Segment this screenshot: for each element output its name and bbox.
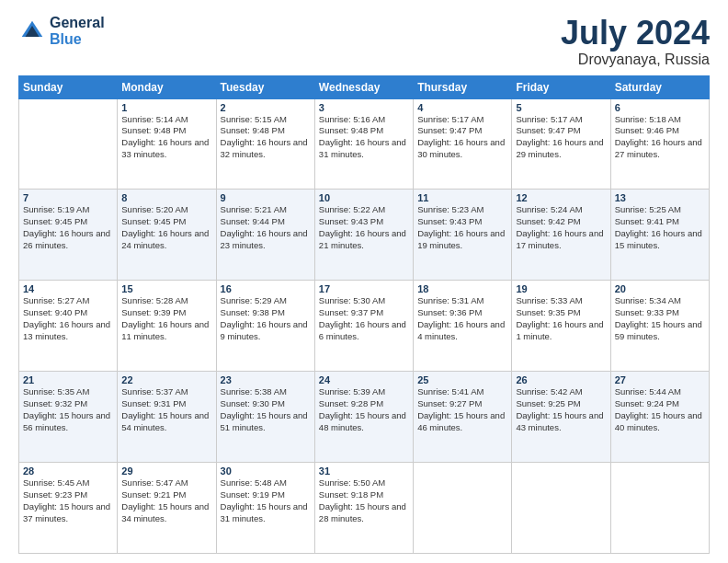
table-cell: 26Sunrise: 5:42 AMSunset: 9:25 PMDayligh… [512, 372, 610, 463]
day-number: 19 [516, 283, 606, 294]
col-wednesday: Wednesday [314, 75, 413, 98]
table-cell: 16Sunrise: 5:29 AMSunset: 9:38 PMDayligh… [216, 281, 314, 372]
day-number: 4 [417, 102, 507, 113]
day-detail: Sunrise: 5:20 AMSunset: 9:45 PMDaylight:… [121, 204, 211, 251]
table-cell: 4Sunrise: 5:17 AMSunset: 9:47 PMDaylight… [414, 98, 512, 190]
day-detail: Sunrise: 5:50 AMSunset: 9:18 PMDaylight:… [319, 477, 409, 524]
day-detail: Sunrise: 5:45 AMSunset: 9:23 PMDaylight:… [23, 477, 113, 524]
day-detail: Sunrise: 5:39 AMSunset: 9:28 PMDaylight:… [319, 386, 409, 433]
table-cell: 29Sunrise: 5:47 AMSunset: 9:21 PMDayligh… [118, 463, 216, 554]
day-detail: Sunrise: 5:41 AMSunset: 9:27 PMDaylight:… [417, 386, 507, 433]
table-cell: 17Sunrise: 5:30 AMSunset: 9:37 PMDayligh… [314, 281, 413, 372]
day-detail: Sunrise: 5:28 AMSunset: 9:39 PMDaylight:… [121, 295, 211, 342]
day-detail: Sunrise: 5:47 AMSunset: 9:21 PMDaylight:… [121, 477, 211, 524]
day-number: 21 [23, 374, 113, 385]
day-number: 7 [23, 192, 113, 203]
col-sunday: Sunday [19, 75, 118, 98]
table-cell: 23Sunrise: 5:38 AMSunset: 9:30 PMDayligh… [216, 372, 314, 463]
table-cell: 8Sunrise: 5:20 AMSunset: 9:45 PMDaylight… [118, 190, 216, 281]
day-number: 28 [23, 465, 113, 477]
day-detail: Sunrise: 5:17 AMSunset: 9:47 PMDaylight:… [417, 114, 507, 161]
table-cell [19, 98, 118, 190]
day-detail: Sunrise: 5:18 AMSunset: 9:46 PMDaylight:… [615, 114, 705, 161]
calendar-table: Sunday Monday Tuesday Wednesday Thursday… [18, 75, 710, 554]
title-area: July 2024 Drovyanaya, Russia [561, 15, 710, 68]
table-row: 14Sunrise: 5:27 AMSunset: 9:40 PMDayligh… [19, 281, 710, 372]
table-cell: 11Sunrise: 5:23 AMSunset: 9:43 PMDayligh… [414, 190, 512, 281]
day-number: 29 [121, 465, 211, 477]
day-detail: Sunrise: 5:25 AMSunset: 9:41 PMDaylight:… [615, 204, 705, 251]
table-cell: 15Sunrise: 5:28 AMSunset: 9:39 PMDayligh… [118, 281, 216, 372]
table-cell [414, 463, 512, 554]
calendar-header-row: Sunday Monday Tuesday Wednesday Thursday… [19, 75, 710, 98]
table-cell: 12Sunrise: 5:24 AMSunset: 9:42 PMDayligh… [512, 190, 610, 281]
table-cell: 2Sunrise: 5:15 AMSunset: 9:48 PMDaylight… [216, 98, 314, 190]
day-number: 13 [615, 192, 705, 203]
table-cell: 20Sunrise: 5:34 AMSunset: 9:33 PMDayligh… [610, 281, 709, 372]
table-cell: 18Sunrise: 5:31 AMSunset: 9:36 PMDayligh… [414, 281, 512, 372]
day-number: 25 [417, 374, 507, 385]
day-number: 20 [615, 283, 705, 294]
day-number: 9 [221, 192, 311, 203]
table-cell: 13Sunrise: 5:25 AMSunset: 9:41 PMDayligh… [610, 190, 709, 281]
day-detail: Sunrise: 5:37 AMSunset: 9:31 PMDaylight:… [121, 386, 211, 433]
table-cell: 14Sunrise: 5:27 AMSunset: 9:40 PMDayligh… [19, 281, 118, 372]
day-number: 26 [516, 374, 606, 385]
day-number: 15 [121, 283, 211, 294]
table-row: 21Sunrise: 5:35 AMSunset: 9:32 PMDayligh… [19, 372, 710, 463]
logo-general: General [50, 15, 105, 31]
main-title: July 2024 [561, 15, 710, 52]
col-friday: Friday [512, 75, 610, 98]
table-cell: 10Sunrise: 5:22 AMSunset: 9:43 PMDayligh… [314, 190, 413, 281]
table-row: 1Sunrise: 5:14 AMSunset: 9:48 PMDaylight… [19, 98, 710, 190]
table-cell: 3Sunrise: 5:16 AMSunset: 9:48 PMDaylight… [314, 98, 413, 190]
day-number: 24 [319, 374, 409, 385]
logo-text: General Blue [50, 15, 105, 47]
day-detail: Sunrise: 5:29 AMSunset: 9:38 PMDaylight:… [221, 295, 311, 342]
day-detail: Sunrise: 5:16 AMSunset: 9:48 PMDaylight:… [319, 114, 409, 161]
day-number: 27 [615, 374, 705, 385]
day-number: 6 [615, 102, 705, 113]
day-number: 18 [417, 283, 507, 294]
day-number: 12 [516, 192, 606, 203]
page: General Blue July 2024 Drovyanaya, Russi… [0, 0, 728, 563]
table-cell: 1Sunrise: 5:14 AMSunset: 9:48 PMDaylight… [118, 98, 216, 190]
day-number: 10 [319, 192, 409, 203]
day-number: 30 [221, 465, 311, 477]
day-detail: Sunrise: 5:14 AMSunset: 9:48 PMDaylight:… [121, 114, 211, 161]
table-cell: 22Sunrise: 5:37 AMSunset: 9:31 PMDayligh… [118, 372, 216, 463]
col-tuesday: Tuesday [216, 75, 314, 98]
logo-blue: Blue [50, 31, 105, 48]
table-cell: 31Sunrise: 5:50 AMSunset: 9:18 PMDayligh… [314, 463, 413, 554]
subtitle: Drovyanaya, Russia [561, 52, 710, 68]
day-detail: Sunrise: 5:22 AMSunset: 9:43 PMDaylight:… [319, 204, 409, 251]
day-detail: Sunrise: 5:38 AMSunset: 9:30 PMDaylight:… [221, 386, 311, 433]
col-saturday: Saturday [610, 75, 709, 98]
day-detail: Sunrise: 5:15 AMSunset: 9:48 PMDaylight:… [221, 114, 311, 161]
day-number: 23 [221, 374, 311, 385]
col-monday: Monday [118, 75, 216, 98]
day-number: 22 [121, 374, 211, 385]
day-number: 16 [221, 283, 311, 294]
header: General Blue July 2024 Drovyanaya, Russi… [18, 15, 710, 68]
table-cell: 7Sunrise: 5:19 AMSunset: 9:45 PMDaylight… [19, 190, 118, 281]
table-cell: 28Sunrise: 5:45 AMSunset: 9:23 PMDayligh… [19, 463, 118, 554]
table-cell: 19Sunrise: 5:33 AMSunset: 9:35 PMDayligh… [512, 281, 610, 372]
day-number: 17 [319, 283, 409, 294]
table-cell: 24Sunrise: 5:39 AMSunset: 9:28 PMDayligh… [314, 372, 413, 463]
day-detail: Sunrise: 5:21 AMSunset: 9:44 PMDaylight:… [221, 204, 311, 251]
day-detail: Sunrise: 5:27 AMSunset: 9:40 PMDaylight:… [23, 295, 113, 342]
day-detail: Sunrise: 5:23 AMSunset: 9:43 PMDaylight:… [417, 204, 507, 251]
day-detail: Sunrise: 5:31 AMSunset: 9:36 PMDaylight:… [417, 295, 507, 342]
table-cell: 27Sunrise: 5:44 AMSunset: 9:24 PMDayligh… [610, 372, 709, 463]
day-detail: Sunrise: 5:42 AMSunset: 9:25 PMDaylight:… [516, 386, 606, 433]
day-detail: Sunrise: 5:34 AMSunset: 9:33 PMDaylight:… [615, 295, 705, 342]
day-number: 1 [121, 102, 211, 113]
table-cell: 5Sunrise: 5:17 AMSunset: 9:47 PMDaylight… [512, 98, 610, 190]
day-detail: Sunrise: 5:19 AMSunset: 9:45 PMDaylight:… [23, 204, 113, 251]
table-cell: 6Sunrise: 5:18 AMSunset: 9:46 PMDaylight… [610, 98, 709, 190]
table-row: 7Sunrise: 5:19 AMSunset: 9:45 PMDaylight… [19, 190, 710, 281]
day-number: 14 [23, 283, 113, 294]
day-number: 2 [221, 102, 311, 113]
table-cell: 30Sunrise: 5:48 AMSunset: 9:19 PMDayligh… [216, 463, 314, 554]
